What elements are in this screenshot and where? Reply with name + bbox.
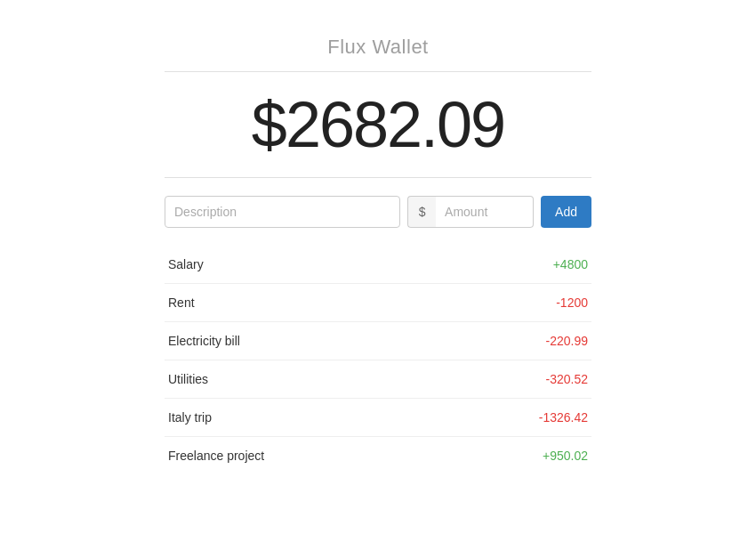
transaction-item: Electricity bill-220.99 [165, 322, 591, 360]
bottom-divider [165, 177, 591, 178]
transaction-description: Freelance project [168, 449, 264, 463]
transaction-amount: +950.02 [543, 449, 588, 463]
transaction-amount: -320.52 [546, 372, 588, 386]
transaction-description: Italy trip [168, 410, 212, 425]
transaction-amount: -1200 [556, 295, 588, 310]
transaction-item: Rent-1200 [165, 284, 591, 322]
app-title: Flux Wallet [165, 36, 591, 59]
transaction-amount: -1326.42 [539, 410, 588, 425]
description-input[interactable] [165, 196, 400, 228]
transactions-list: Salary+4800Rent-1200Electricity bill-220… [165, 246, 591, 474]
transaction-item: Salary+4800 [165, 246, 591, 284]
add-button[interactable]: Add [541, 196, 591, 228]
transaction-description: Utilities [168, 372, 208, 386]
wallet-container: Flux Wallet $2682.09 $ Add Salary+4800Re… [165, 36, 591, 474]
transaction-description: Salary [168, 257, 204, 271]
currency-symbol: $ [407, 196, 436, 228]
transaction-item: Italy trip-1326.42 [165, 399, 591, 437]
balance-display: $2682.09 [165, 88, 591, 161]
amount-input[interactable] [436, 196, 534, 228]
transaction-description: Electricity bill [168, 334, 240, 348]
amount-wrapper: $ [407, 196, 534, 228]
transaction-form: $ Add [165, 196, 591, 228]
top-divider [165, 71, 591, 72]
transaction-amount: -220.99 [546, 334, 588, 348]
transaction-description: Rent [168, 295, 195, 310]
transaction-item: Utilities-320.52 [165, 360, 591, 399]
transaction-amount: +4800 [553, 257, 588, 271]
transaction-item: Freelance project+950.02 [165, 437, 591, 474]
